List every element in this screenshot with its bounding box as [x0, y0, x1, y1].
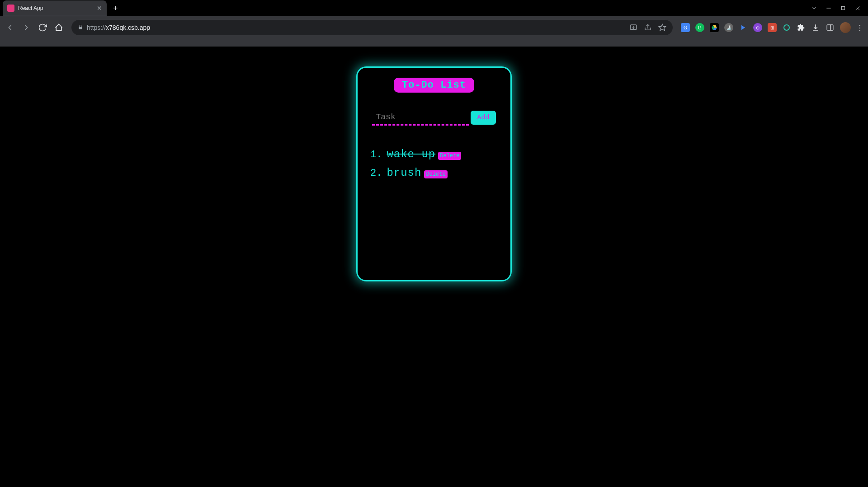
extension-jar-icon[interactable]: 🍶 — [724, 23, 733, 32]
task-input[interactable] — [372, 110, 469, 126]
extensions-puzzle-icon[interactable] — [797, 23, 806, 32]
extension-red-icon[interactable]: ⊞ — [768, 23, 777, 32]
page-content: To-Do List Add 1.wake upDelete2.brushDel… — [0, 47, 868, 487]
extension-purple-icon[interactable]: ⊙ — [753, 23, 762, 32]
extension-play-icon[interactable] — [739, 23, 748, 32]
maximize-icon[interactable] — [840, 5, 846, 11]
svg-marker-11 — [741, 25, 745, 30]
todo-list: 1.wake upDelete2.brushDelete — [358, 148, 461, 185]
install-app-icon[interactable] — [629, 23, 637, 32]
extension-translate-icon[interactable]: G — [681, 23, 690, 32]
close-window-icon[interactable] — [854, 5, 861, 11]
list-item: 1.wake upDelete — [370, 148, 461, 160]
browser-tab[interactable]: React App ✕ — [3, 0, 107, 16]
input-row: Add — [372, 110, 495, 126]
extension-drive-icon[interactable] — [710, 23, 719, 32]
share-icon[interactable] — [644, 23, 652, 32]
tab-bar: React App ✕ + — [0, 0, 868, 16]
list-item-text[interactable]: wake up — [387, 148, 435, 160]
list-item: 2.brushDelete — [370, 167, 461, 179]
page-title: To-Do List — [394, 78, 474, 93]
downloads-icon[interactable] — [811, 23, 820, 32]
address-right-icons — [629, 23, 666, 32]
delete-button[interactable]: Delete — [438, 152, 461, 160]
svg-rect-1 — [842, 7, 845, 10]
home-button[interactable] — [53, 22, 64, 33]
svg-marker-7 — [659, 24, 666, 31]
add-button[interactable]: Add — [471, 111, 495, 125]
chevron-down-icon[interactable] — [811, 5, 817, 11]
lock-icon — [78, 24, 83, 31]
close-tab-icon[interactable]: ✕ — [97, 5, 102, 12]
list-item-number: 2. — [370, 168, 382, 179]
extension-grammarly-icon[interactable]: G — [695, 23, 704, 32]
window-controls — [811, 5, 868, 11]
list-item-number: 1. — [370, 149, 382, 160]
forward-button[interactable] — [21, 22, 32, 33]
list-item-text[interactable]: brush — [387, 167, 421, 179]
svg-point-12 — [784, 25, 789, 30]
delete-button[interactable]: Delete — [424, 170, 447, 178]
sidepanel-icon[interactable] — [826, 23, 835, 32]
svg-rect-4 — [79, 27, 82, 29]
minimize-icon[interactable] — [826, 5, 832, 11]
url-text: https://x786qk.csb.app — [87, 24, 626, 31]
new-tab-button[interactable]: + — [113, 4, 118, 13]
star-icon[interactable] — [658, 23, 666, 32]
extension-icons: G G 🍶 ⊙ ⊞ ⋮ — [681, 22, 863, 33]
address-bar[interactable]: https://x786qk.csb.app — [71, 20, 673, 35]
tab-title: React App — [18, 5, 94, 11]
toolbar: https://x786qk.csb.app G G 🍶 — [0, 16, 868, 39]
browser-chrome: React App ✕ + — [0, 0, 868, 47]
avatar[interactable] — [840, 22, 851, 33]
reload-button[interactable] — [37, 22, 48, 33]
svg-rect-15 — [827, 25, 833, 30]
more-menu-icon[interactable]: ⋮ — [856, 23, 863, 32]
extension-edge-icon[interactable] — [782, 23, 791, 32]
toolbar-spacer — [0, 39, 868, 47]
favicon — [7, 5, 14, 12]
back-button[interactable] — [5, 22, 15, 33]
todo-card: To-Do List Add 1.wake upDelete2.brushDel… — [356, 66, 512, 281]
